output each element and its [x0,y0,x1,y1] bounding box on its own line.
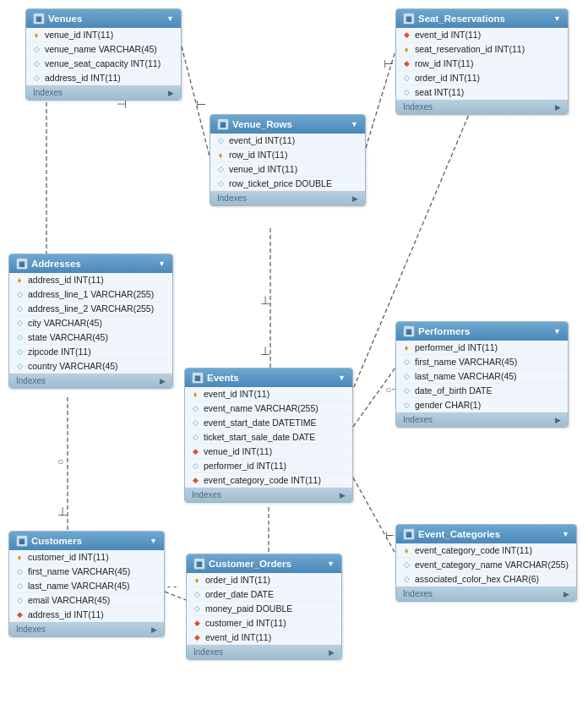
table-dropdown-arrow-customers[interactable]: ▼ [150,537,157,545]
indexes-row-performers[interactable]: Indexes▶ [396,412,568,427]
diamond-icon: ◇ [14,289,24,299]
pk-icon: ♦ [31,30,41,40]
table-row: ◇address_id INT(11) [26,71,181,85]
pk-icon: ♦ [401,44,411,54]
indexes-arrow[interactable]: ▶ [329,648,335,657]
column-text: seat_reservation_id INT(11) [415,44,525,54]
table-performers: ▦Performers▼♦performer_id INT(11)◇first_… [395,321,569,428]
table-row: ◆row_id INT(11) [396,57,568,71]
fk-icon: ◆ [14,609,24,619]
indexes-arrow[interactable]: ▶ [160,377,166,385]
indexes-row-customers[interactable]: Indexes▶ [9,622,164,636]
diamond-icon: ◇ [401,559,411,570]
table-row: ◇last_name VARCHAR(45) [9,579,164,593]
diamond-icon: ◇ [401,87,411,97]
table-header-events[interactable]: ▦Events▼ [185,368,352,387]
diamond-icon: ◇ [190,418,200,428]
table-dropdown-arrow-venue_rows[interactable]: ▼ [351,120,358,128]
column-text: performer_id INT(11) [415,342,498,352]
table-header-seat_reservations[interactable]: ▦Seat_Reservations▼ [396,9,568,28]
diamond-icon: ◇ [190,461,200,471]
table-customers: ▦Customers▼♦customer_id INT(11)◇first_na… [8,531,165,637]
table-header-venues[interactable]: ▦Venues▼ [26,9,181,28]
table-row: ◇associated_color_hex CHAR(6) [396,572,576,587]
table-row: ◇first_name VARCHAR(45) [9,565,164,579]
indexes-row-seat_reservations[interactable]: Indexes▶ [396,100,568,114]
diamond-icon: ◇ [192,589,202,599]
table-title-performers: Performers [418,326,470,336]
table-header-venue_rows[interactable]: ▦Venue_Rows▼ [210,115,365,134]
indexes-arrow[interactable]: ▶ [555,416,561,424]
indexes-row-event_categories[interactable]: Indexes▶ [396,587,576,601]
indexes-row-customer_orders[interactable]: Indexes▶ [187,645,341,659]
indexes-label: Indexes [403,102,433,112]
column-text: venue_id INT(11) [229,164,297,174]
column-text: address_id INT(11) [28,609,104,619]
pk-icon: ♦ [215,150,226,160]
indexes-arrow[interactable]: ▶ [151,625,157,634]
table-icon-event_categories: ▦ [403,528,415,540]
indexes-row-venue_rows[interactable]: Indexes▶ [210,191,365,205]
column-text: event_category_name VARCHAR(255) [415,559,569,570]
column-text: city VARCHAR(45) [28,318,102,328]
svg-text:⊥: ⊥ [260,293,270,307]
table-title-venues: Venues [48,14,82,24]
table-row: ◇order_id INT(11) [396,71,568,85]
indexes-row-events[interactable]: Indexes▶ [185,488,352,502]
table-row: ◇venue_name VARCHAR(45) [26,42,181,57]
indexes-arrow[interactable]: ▶ [168,89,174,97]
indexes-arrow[interactable]: ▶ [555,103,561,112]
indexes-arrow[interactable]: ▶ [340,491,346,499]
diamond-icon: ◇ [401,357,411,367]
indexes-row-addresses[interactable]: Indexes▶ [9,374,172,388]
table-dropdown-arrow-event_categories[interactable]: ▼ [562,530,569,538]
table-header-customer_orders[interactable]: ▦Customer_Orders▼ [187,554,341,573]
indexes-arrow[interactable]: ▶ [352,194,358,203]
table-event_categories: ▦Event_Categories▼♦event_category_code I… [395,524,577,602]
diamond-icon: ◇ [401,73,411,83]
svg-line-7 [165,592,186,600]
indexes-label: Indexes [193,647,223,657]
table-dropdown-arrow-addresses[interactable]: ▼ [158,259,166,268]
table-icon-customer_orders: ▦ [193,558,205,570]
table-dropdown-arrow-performers[interactable]: ▼ [553,327,561,336]
table-row: ◇event_id INT(11) [210,134,365,148]
indexes-label: Indexes [192,490,221,499]
table-header-customers[interactable]: ▦Customers▼ [9,532,164,550]
svg-line-5 [353,368,395,427]
indexes-row-venues[interactable]: Indexes▶ [26,85,181,100]
table-row: ◆venue_id INT(11) [185,445,352,459]
column-text: country VARCHAR(45) [28,361,118,371]
column-text: venue_id INT(11) [204,446,272,456]
diamond-icon: ◇ [31,58,41,68]
table-row: ♦event_category_code INT(11) [396,543,576,558]
column-text: event_category_code INT(11) [204,475,321,485]
column-text: last_name VARCHAR(45) [28,581,130,591]
table-row: ◆address_id INT(11) [9,608,164,622]
table-icon-performers: ▦ [403,325,415,337]
table-row: ♦venue_id INT(11) [26,28,181,42]
table-row: ♦performer_id INT(11) [396,341,568,355]
column-text: email VARCHAR(45) [28,595,110,605]
table-dropdown-arrow-events[interactable]: ▼ [338,374,346,382]
column-text: last_name VARCHAR(45) [415,371,517,381]
column-text: order_date DATE [205,589,274,599]
table-dropdown-arrow-seat_reservations[interactable]: ▼ [553,14,561,23]
table-header-performers[interactable]: ▦Performers▼ [396,322,568,341]
indexes-arrow[interactable]: ▶ [564,590,569,598]
svg-text:⊢: ⊢ [196,97,206,111]
table-dropdown-arrow-venues[interactable]: ▼ [166,14,174,23]
column-text: order_id INT(11) [205,575,270,585]
column-text: event_id INT(11) [205,632,271,642]
table-dropdown-arrow-customer_orders[interactable]: ▼ [327,559,335,568]
diamond-icon: ◇ [14,332,24,342]
fk-icon: ◆ [190,446,200,456]
table-row: ◇ticket_start_sale_date DATE [185,430,352,445]
table-row: ◇event_category_name VARCHAR(255) [396,558,576,572]
fk-icon: ◆ [401,30,411,40]
table-row: ◇address_line_1 VARCHAR(255) [9,287,172,302]
table-header-event_categories[interactable]: ▦Event_Categories▼ [396,525,576,543]
diamond-icon: ◇ [14,318,24,328]
column-text: seat INT(11) [415,87,464,97]
table-header-addresses[interactable]: ▦Addresses▼ [9,254,172,273]
